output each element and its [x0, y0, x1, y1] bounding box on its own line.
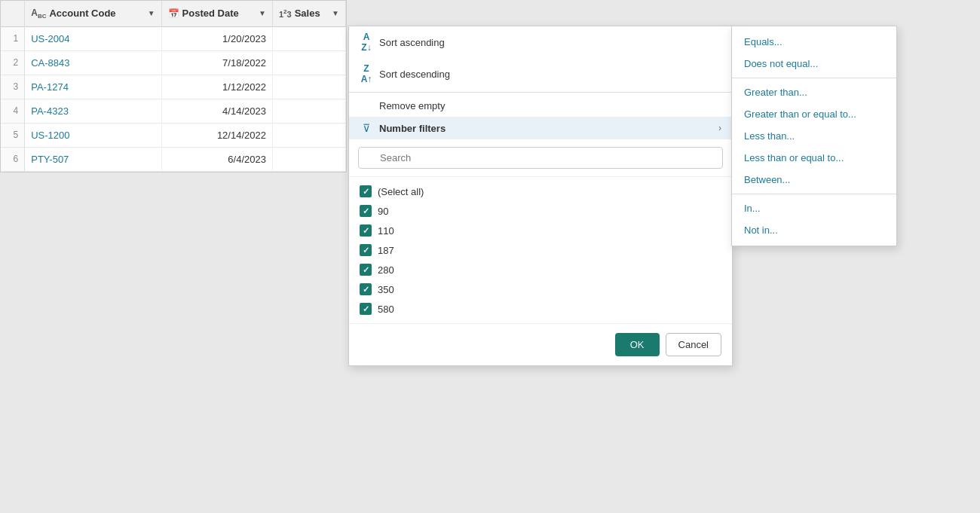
posted-date-cell: 7/18/2022: [161, 50, 272, 75]
table-row: 3 PA-1274 1/12/2022: [1, 75, 346, 99]
row-number: 1: [1, 26, 25, 50]
checkbox-label: 187: [378, 245, 394, 256]
number-filters-item[interactable]: ⊽ Number filters ›: [349, 117, 732, 139]
search-wrapper: 🔍: [358, 147, 723, 169]
account-code-header[interactable]: ABC Account Code ▼: [25, 1, 161, 26]
checkbox-label: 280: [378, 264, 394, 276]
submenu-item-equals[interactable]: Equals...: [732, 31, 896, 53]
table-row: 1 US-2004 1/20/2023: [1, 26, 346, 50]
checkbox-label: 90: [378, 206, 388, 217]
filter-search-container: 🔍: [349, 139, 732, 177]
sales-dropdown[interactable]: ▼: [332, 9, 339, 17]
sales-cell: [272, 26, 345, 50]
sales-cell: [272, 147, 345, 171]
checkbox-val_110[interactable]: [360, 224, 372, 237]
posted-date-cell: 1/12/2022: [161, 75, 272, 99]
number-type-icon: 123: [279, 8, 292, 19]
posted-date-cell: 4/14/2023: [161, 99, 272, 123]
posted-date-cell: 6/4/2023: [161, 147, 272, 171]
row-number: 3: [1, 75, 25, 99]
table-row: 5 US-1200 12/14/2022: [1, 123, 346, 147]
submenu-item-greater_than[interactable]: Greater than...: [732, 81, 896, 103]
table-row: 4 PA-4323 4/14/2023: [1, 99, 346, 123]
sales-cell: [272, 123, 345, 147]
filter-dropdown: AZ↓ Sort ascending ZA↑ Sort descending R…: [348, 26, 733, 366]
submenu-item-in[interactable]: In...: [732, 197, 896, 219]
remove-empty-item[interactable]: Remove empty: [349, 95, 732, 117]
submenu-item-not_equal[interactable]: Does not equal...: [732, 53, 896, 75]
account-code-cell: PA-1274: [25, 75, 161, 99]
checkbox-label: 350: [378, 284, 394, 295]
posted-date-dropdown[interactable]: ▼: [259, 9, 266, 17]
checkbox-label: 110: [378, 225, 394, 237]
checkbox-label: 580: [378, 304, 394, 315]
sort-descending-label: Sort descending: [379, 69, 450, 80]
sales-header[interactable]: 123 Sales ▼: [272, 1, 345, 26]
submenu-item-less_than[interactable]: Less than...: [732, 125, 896, 147]
sales-cell: [272, 99, 345, 123]
checkbox-item[interactable]: 350: [349, 279, 732, 299]
text-type-icon: ABC: [31, 8, 46, 20]
number-filters-submenu: Equals...Does not equal...Greater than..…: [731, 26, 897, 246]
calendar-type-icon: 📅: [168, 8, 179, 19]
sort-asc-icon: AZ↓: [360, 32, 373, 53]
submenu-separator: [732, 194, 896, 194]
sales-cell: [272, 75, 345, 99]
submenu-item-less_equal[interactable]: Less than or equal to...: [732, 147, 896, 169]
checkbox-item[interactable]: 90: [349, 201, 732, 221]
posted-date-header[interactable]: 📅 Posted Date ▼: [161, 1, 272, 26]
sort-desc-icon: ZA↑: [360, 63, 373, 84]
cancel-button[interactable]: Cancel: [666, 333, 721, 356]
account-code-cell: CA-8843: [25, 50, 161, 75]
table-row: 6 PTY-507 6/4/2023: [1, 147, 346, 171]
posted-date-cell: 1/20/2023: [161, 26, 272, 50]
table-row: 2 CA-8843 7/18/2022: [1, 50, 346, 75]
checkbox-label: (Select all): [378, 186, 424, 197]
checkbox-list: (Select all) 90 110 187 280 350 580: [349, 177, 732, 323]
account-code-cell: PTY-507: [25, 147, 161, 171]
checkbox-item[interactable]: 110: [349, 221, 732, 240]
checkbox-val_90[interactable]: [360, 205, 372, 217]
row-number: 6: [1, 147, 25, 171]
row-number: 2: [1, 50, 25, 75]
submenu-separator: [732, 78, 896, 78]
sort-ascending-label: Sort ascending: [379, 37, 445, 48]
filter-icon: ⊽: [360, 122, 373, 134]
checkbox-item[interactable]: (Select all): [349, 182, 732, 201]
sales-cell: [272, 50, 345, 75]
posted-date-cell: 12/14/2022: [161, 123, 272, 147]
account-code-dropdown[interactable]: ▼: [148, 9, 155, 17]
submenu-item-greater_equal[interactable]: Greater than or equal to...: [732, 103, 896, 125]
remove-empty-label: Remove empty: [379, 100, 445, 111]
account-code-cell: US-1200: [25, 123, 161, 147]
submenu-item-not_in[interactable]: Not in...: [732, 219, 896, 241]
search-input[interactable]: [358, 147, 723, 169]
checkbox-val_280[interactable]: [360, 264, 372, 276]
posted-date-label: Posted Date: [182, 8, 239, 19]
account-code-cell: PA-4323: [25, 99, 161, 123]
sort-descending-item[interactable]: ZA↑ Sort descending: [349, 58, 732, 90]
submenu-arrow-icon: ›: [718, 123, 721, 133]
checkbox-item[interactable]: 280: [349, 260, 732, 279]
number-filters-label: Number filters: [379, 123, 446, 134]
account-code-cell: US-2004: [25, 26, 161, 50]
row-number: 4: [1, 99, 25, 123]
checkbox-val_580[interactable]: [360, 303, 372, 315]
checkbox-val_187[interactable]: [360, 244, 372, 256]
ok-button[interactable]: OK: [615, 333, 660, 356]
submenu-item-between[interactable]: Between...: [732, 169, 896, 191]
sales-label: Sales: [295, 8, 320, 19]
row-num-header: [1, 1, 25, 26]
row-number: 5: [1, 123, 25, 147]
filter-footer: OK Cancel: [349, 323, 732, 365]
checkbox-val_350[interactable]: [360, 283, 372, 295]
checkbox-item[interactable]: 580: [349, 299, 732, 319]
account-code-label: Account Code: [49, 8, 115, 19]
data-table: ABC Account Code ▼ 📅 Posted Date ▼ 123: [0, 0, 347, 173]
checkbox-select_all[interactable]: [360, 185, 372, 197]
checkbox-item[interactable]: 187: [349, 240, 732, 260]
sort-ascending-item[interactable]: AZ↓ Sort ascending: [349, 26, 732, 58]
